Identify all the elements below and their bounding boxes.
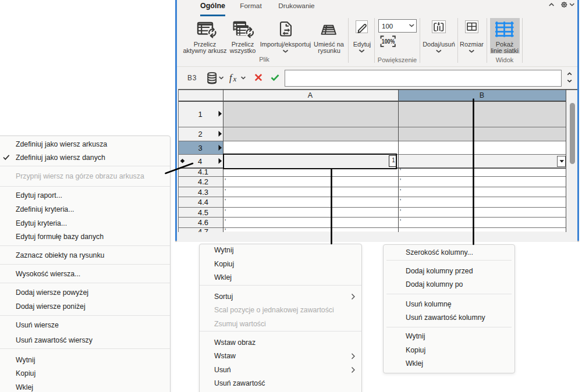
svg-text:x: x — [233, 74, 237, 83]
svg-text:100%: 100% — [382, 38, 395, 45]
